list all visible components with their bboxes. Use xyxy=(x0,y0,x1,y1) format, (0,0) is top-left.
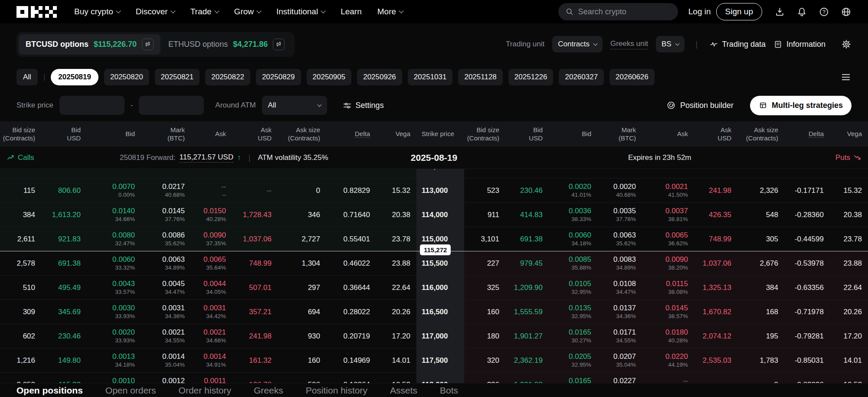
btc-options-tab[interactable]: BTCUSD options $115,226.70 xyxy=(19,34,160,55)
expiry-tab-20250829[interactable]: 20250829 xyxy=(256,69,301,85)
call-bid-cell[interactable]: 0.00700.00% xyxy=(87,179,141,202)
bottom-tab-greeks[interactable]: Greeks xyxy=(254,385,283,396)
put-ask-cell[interactable]: ---- xyxy=(642,373,694,383)
put-bid-cell[interactable]: 0.002041.01% xyxy=(549,179,597,202)
download-app-icon[interactable] xyxy=(774,7,785,17)
expiry-tab-20250822[interactable]: 20250822 xyxy=(205,69,250,85)
search-input[interactable] xyxy=(578,7,671,16)
put-bid-cell[interactable]: 0.016528.95% xyxy=(549,373,597,383)
put-bid-usd-cell[interactable]: 1,555.59 xyxy=(505,300,549,324)
calls-label[interactable]: Calls xyxy=(7,153,34,162)
call-bid-usd-cell[interactable] xyxy=(41,169,87,178)
put-bid-cell[interactable]: 0.010532.95% xyxy=(549,276,597,299)
expiry-tab-20250926[interactable]: 20250926 xyxy=(357,69,402,85)
call-ask-usd-cell[interactable] xyxy=(232,169,278,178)
put-bid-usd-cell[interactable]: 1,901.27 xyxy=(505,324,549,348)
expiry-tab-20260626[interactable]: 20260626 xyxy=(609,69,655,85)
nav-item-more[interactable]: More xyxy=(377,7,403,16)
put-ask-cell[interactable]: 0.022044.19% xyxy=(642,348,694,372)
bottom-tab-bots[interactable]: Bots xyxy=(440,385,458,396)
put-ask-usd-cell[interactable]: 748.99 xyxy=(694,227,737,251)
trading-unit-select[interactable]: Contracts xyxy=(552,36,603,52)
nav-item-grow[interactable]: Grow xyxy=(234,7,261,16)
expiry-tab-20251128[interactable]: 20251128 xyxy=(458,69,502,85)
call-ask-usd-cell[interactable]: 507.01 xyxy=(232,276,278,299)
put-mark-cell[interactable]: 0.006335.62% xyxy=(597,227,642,251)
trading-data-button[interactable]: Trading data xyxy=(709,40,766,49)
put-ask-cell[interactable]: 44.67% xyxy=(642,169,694,178)
put-bid-cell[interactable]: 43.45% xyxy=(549,169,597,178)
call-bid-usd-cell[interactable]: 345.69 xyxy=(41,300,87,324)
put-ask-usd-cell[interactable]: 241.98 xyxy=(694,179,737,202)
call-mark-cell[interactable]: 0.001235.47% xyxy=(141,373,191,383)
call-ask-cell[interactable]: 0.006535.64% xyxy=(191,251,232,275)
call-ask-usd-cell[interactable]: 126.78 xyxy=(232,373,278,383)
puts-label[interactable]: Puts xyxy=(835,153,861,162)
put-ask-usd-cell[interactable]: 1,670.82 xyxy=(694,300,737,324)
put-bid-usd-cell[interactable]: 1,209.90 xyxy=(505,276,549,299)
call-ask-cell[interactable]: ---- xyxy=(191,179,232,202)
put-mark-cell[interactable]: 0.022735.47% xyxy=(597,373,642,383)
expiry-tab-20251031[interactable]: 20251031 xyxy=(408,69,453,85)
call-ask-cell[interactable]: 0.009037.35% xyxy=(191,227,232,251)
call-bid-cell[interactable]: 0.003033.93% xyxy=(87,300,141,324)
okx-logo[interactable] xyxy=(16,6,57,18)
put-bid-cell[interactable]: 0.006034.18% xyxy=(549,227,597,251)
expiry-tab-20250821[interactable]: 20250821 xyxy=(155,69,200,85)
put-bid-usd-cell[interactable] xyxy=(505,169,549,178)
nav-item-buy-crypto[interactable]: Buy crypto xyxy=(74,7,120,16)
nav-item-learn[interactable]: Learn xyxy=(341,7,362,16)
expiry-tab-20250905[interactable]: 20250905 xyxy=(307,69,352,85)
call-ask-cell[interactable]: 0.015040.28% xyxy=(191,203,232,227)
expiry-tab-20250819[interactable]: 20250819 xyxy=(51,69,98,85)
strike-max-input[interactable] xyxy=(139,96,204,115)
call-bid-cell[interactable]: 0.006033.32% xyxy=(87,251,141,275)
call-mark-cell[interactable]: 0.003134.36% xyxy=(141,300,191,324)
put-mark-cell[interactable]: 0.003537.76% xyxy=(597,203,642,227)
call-ask-cell[interactable]: 0.001434.91% xyxy=(191,348,232,372)
nav-item-institutional[interactable]: Institutional xyxy=(276,7,325,16)
call-bid-usd-cell[interactable]: 921.83 xyxy=(41,227,87,251)
login-button[interactable]: Log in xyxy=(688,7,711,16)
call-bid-cell[interactable]: 0.008032.47% xyxy=(87,227,141,251)
position-builder-button[interactable]: Position builder xyxy=(666,101,734,110)
put-mark-cell[interactable]: 0.013734.36% xyxy=(597,300,642,324)
put-bid-cell[interactable]: 0.003638.33% xyxy=(549,203,597,227)
eth-options-tab[interactable]: ETHUSD options $4,271.86 xyxy=(160,34,292,55)
put-mark-cell[interactable]: 0.002040.68% xyxy=(597,179,642,202)
put-mark-cell[interactable]: 44.15% xyxy=(597,169,642,178)
call-mark-cell[interactable]: 0.008635.62% xyxy=(141,227,191,251)
expiry-tab-20250820[interactable]: 20250820 xyxy=(104,69,149,85)
expiry-list-menu-icon[interactable] xyxy=(840,72,852,82)
put-bid-usd-cell[interactable]: 979.45 xyxy=(505,251,549,275)
call-bid-cell[interactable]: 0.001334.18% xyxy=(87,348,141,372)
put-bid-usd-cell[interactable]: 230.46 xyxy=(505,179,549,202)
call-bid-usd-cell[interactable]: 806.60 xyxy=(41,179,87,202)
put-ask-cell[interactable]: 0.002141.50% xyxy=(642,179,694,202)
bottom-tab-open-positions[interactable]: Open positions xyxy=(16,385,83,396)
eth-chart-icon[interactable] xyxy=(273,39,285,50)
call-bid-usd-cell[interactable]: 495.49 xyxy=(41,276,87,299)
put-mark-cell[interactable]: 0.010834.47% xyxy=(597,276,642,299)
call-mark-cell[interactable]: 0.006334.89% xyxy=(141,251,191,275)
call-ask-usd-cell[interactable]: 748.99 xyxy=(232,251,278,275)
call-bid-usd-cell[interactable]: 115.23 xyxy=(41,373,87,383)
call-mark-cell[interactable]: 44.15% xyxy=(141,169,191,178)
call-ask-usd-cell[interactable]: -- xyxy=(232,179,278,202)
expiry-tab-all[interactable]: All xyxy=(16,69,38,85)
put-ask-cell[interactable]: 0.018040.28% xyxy=(642,324,694,348)
expiry-tab-20251226[interactable]: 20251226 xyxy=(508,69,554,85)
help-icon[interactable]: ? xyxy=(819,7,829,17)
call-mark-cell[interactable]: 0.021740.68% xyxy=(141,179,191,202)
put-mark-cell[interactable]: 0.017134.55% xyxy=(597,324,642,348)
call-ask-cell[interactable]: 0.001135.12% xyxy=(191,373,232,383)
put-bid-usd-cell[interactable]: 1,901.88 xyxy=(505,373,549,383)
put-ask-usd-cell[interactable]: -- xyxy=(694,373,737,383)
strike-min-input[interactable] xyxy=(59,96,124,115)
put-ask-cell[interactable]: 0.014538.57% xyxy=(642,300,694,324)
call-ask-usd-cell[interactable]: 1,728.43 xyxy=(232,203,278,227)
call-ask-cell[interactable]: -- xyxy=(191,169,232,178)
call-mark-cell[interactable]: 0.001435.04% xyxy=(141,348,191,372)
call-mark-cell[interactable]: 0.004534.47% xyxy=(141,276,191,299)
around-atm-select[interactable]: All xyxy=(262,96,327,115)
